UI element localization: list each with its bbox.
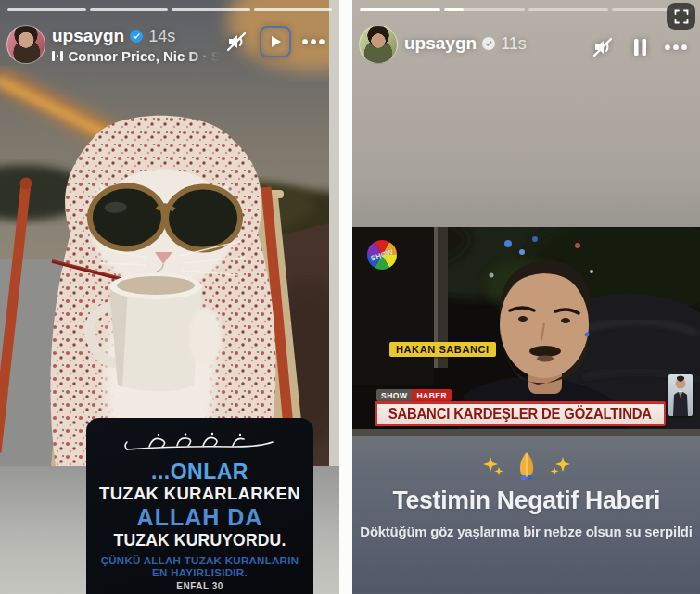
story-right[interactable]: upsaygn 11s: [352, 0, 700, 594]
news-headline: SABANCI KARDEŞLER DE GÖZALTINDA: [388, 406, 652, 423]
verified-badge-icon: [130, 30, 143, 43]
music-attribution-label: Connor Price, Nic D · So: [69, 48, 220, 64]
pause-icon: [633, 39, 647, 56]
story-timestamp: 11s: [501, 34, 527, 54]
progress-segment: [444, 8, 525, 11]
program-tag-show: SHOW: [376, 389, 412, 401]
speaker-muted-icon: [592, 36, 614, 58]
more-options-button[interactable]: •••: [300, 26, 328, 57]
more-options-button[interactable]: •••: [663, 32, 691, 63]
cat-scene-illustration: [0, 0, 339, 466]
story-right-progress-bar[interactable]: [360, 8, 693, 11]
interviewee-name-tag: HAKAN SABANCI: [389, 342, 496, 357]
verified-badge-icon: [482, 37, 495, 50]
progress-segment: [528, 8, 609, 11]
progress-segment: [360, 8, 440, 11]
quote-verse-reference: ENFAL 30: [86, 581, 313, 591]
quote-line-1: ...ONLAR: [86, 461, 313, 483]
story-right-header: upsaygn 11s: [352, 24, 700, 67]
news-headline-banner: SABANCI KARDEŞLER DE GÖZALTINDA: [375, 401, 666, 426]
story-left-header: upsaygn 14s Connor Price, Nic D · So: [0, 24, 339, 67]
quote-line-5: ÇÜNKÜ ALLAH TUZAK KURANLARIN: [86, 554, 313, 567]
bismillah-calligraphy-icon: [121, 431, 279, 455]
show-tv-logo: SHOW: [367, 240, 397, 270]
sparkles-emoji-icon: [482, 455, 504, 477]
praying-hands-emoji-icon: [513, 451, 541, 481]
avatar[interactable]: [6, 25, 45, 64]
username[interactable]: upsaygn: [52, 26, 124, 46]
music-icon: [52, 51, 63, 62]
quote-line-2: TUZAK KURARLARKEN: [86, 483, 313, 505]
ellipsis-icon: •••: [664, 43, 689, 52]
program-tag: SHOW HABER: [376, 389, 452, 401]
progress-segment: [90, 8, 169, 11]
sparkles-emoji-icon: [549, 455, 571, 477]
play-button[interactable]: [260, 26, 291, 57]
mute-button[interactable]: [589, 32, 617, 63]
ellipsis-icon: •••: [301, 37, 326, 46]
ticker-strip: [352, 429, 700, 436]
speaker-muted-icon: [225, 31, 248, 53]
fullscreen-button[interactable]: [667, 3, 695, 30]
news-presenter-thumbnail: [668, 374, 693, 416]
tv-news-screenshot: SHOW HAKAN SABANCI SHOW HABER SABANCI KA…: [352, 227, 700, 436]
music-attribution[interactable]: Connor Price, Nic D · So: [52, 48, 219, 64]
quote-line-4: TUZAK KURUYORDU.: [86, 531, 313, 551]
progress-segment: [254, 8, 333, 11]
fullscreen-icon: [674, 9, 689, 24]
story-caption: Testimin Negatif Haberi Döktüğüm göz yaş…: [352, 450, 700, 540]
stories-screenshot: upsaygn 14s Connor Price, Nic D · So: [0, 0, 700, 594]
avatar[interactable]: [359, 25, 398, 64]
emoji-row: [352, 450, 700, 482]
story-left[interactable]: upsaygn 14s Connor Price, Nic D · So: [0, 0, 339, 594]
pause-button[interactable]: [626, 32, 654, 63]
progress-segment: [7, 8, 86, 11]
quote-line-6: EN HAYIRLISIDIR.: [86, 567, 313, 578]
caption-title: Testimin Negatif Haberi: [392, 486, 660, 515]
quote-card: ...ONLAR TUZAK KURARLARKEN ALLAH DA TUZA…: [86, 418, 313, 594]
mute-button[interactable]: [223, 26, 250, 57]
play-icon: [268, 34, 283, 49]
progress-segment: [172, 8, 250, 11]
program-tag-haber: HABER: [412, 389, 452, 401]
username[interactable]: upsaygn: [404, 33, 477, 54]
story-timestamp: 14s: [148, 27, 175, 46]
quote-line-3: ALLAH DA: [86, 505, 313, 531]
story-left-photo-cat[interactable]: [0, 0, 339, 466]
story-left-progress-bar[interactable]: [7, 8, 332, 11]
caption-subtitle: Döktüğüm göz yaşlarıma bir nebze olsun s…: [360, 524, 694, 540]
